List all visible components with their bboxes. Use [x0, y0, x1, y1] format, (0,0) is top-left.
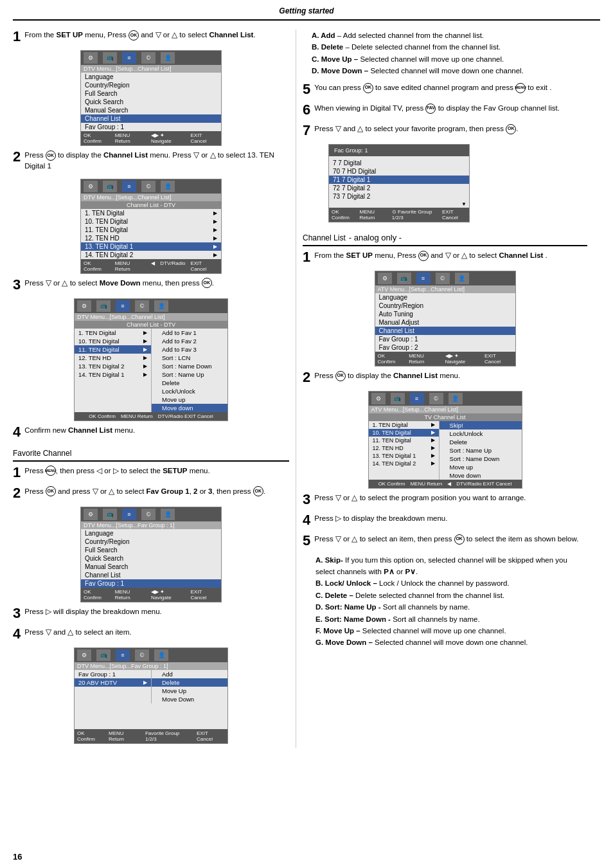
fav-breadcrumb-2: DTV Menu...[Setup...Fav Group : 1]: [75, 662, 227, 670]
m2-item5: 13. TEN Digital 1▶: [81, 242, 221, 251]
analog-step-2-text: Press OK to display the Channel List men…: [314, 372, 460, 379]
menu-item-manualsearch: Manual Search: [81, 106, 221, 114]
fav-icon-c: ©: [141, 509, 155, 520]
fav-menu2-split: Fav Group : 1 20 ABV HDTV▶ Add Delete Mo…: [75, 670, 227, 703]
step-6-text: When viewing in Digital TV, press FAV to…: [314, 104, 560, 112]
atv2-icon-tv: 📺: [391, 393, 405, 404]
atv-m1-auto: Auto Tuning: [375, 310, 515, 318]
analog-step-4-text: Press ▷ to display the breakdown menu.: [314, 514, 447, 522]
menu-item-quicksearch: Quick Search: [81, 98, 221, 106]
fav3-item5: 73 7 Digital 2: [329, 192, 469, 201]
menu-icons-2: ⚙ 📺 ≡ © 👤: [84, 181, 175, 192]
m2-item3: 11. TEN Digital▶: [81, 226, 221, 234]
list-item-b: B. Delete – Delete selected channel from…: [309, 41, 587, 53]
fav-menu-icons-2: ⚙ 📺 ≡ © 👤: [77, 649, 168, 661]
fav2-icon-c: ©: [135, 649, 149, 661]
icon-person-2: 👤: [161, 181, 175, 192]
sub-item10: Move down: [152, 404, 227, 412]
menu-icons-1: ⚙ 📺 ≡ © 👤: [84, 52, 175, 64]
fav-step-1-block: 1 Press MENU, then press ◁ or ▷ to selec…: [13, 466, 289, 480]
step-2-num: 2: [13, 150, 21, 164]
left-column: 1 From the SET UP menu, Press OK and ▽ o…: [0, 30, 296, 748]
fav-icon-list: ≡: [122, 509, 136, 520]
menu-left-list: 1. TEN Digital▶ 10. TEN Digital▶ 11. TEN…: [75, 329, 151, 412]
ok-btn-1: OK: [129, 30, 139, 41]
fav-icon-setup: ⚙: [84, 509, 98, 520]
fav3-item4: 72 7 Digital 2: [329, 184, 469, 192]
dtv-menu-2: ⚙ 📺 ≡ © 👤 DTV Menu...[Setup...Channel Li…: [80, 179, 222, 274]
m3-item1: 1. TEN Digital▶: [75, 329, 151, 337]
channel-list-heading: Channel List - analog only -: [303, 230, 587, 246]
analog-step-3-block: 3 Press ▽ or △ to select the program pos…: [303, 493, 587, 507]
sub-item8: Lock/Unlock: [152, 387, 227, 395]
right-column: A. Add – Add selected channel from the c…: [296, 30, 600, 748]
step-6-num: 6: [303, 103, 310, 117]
atv2-sub5: Sort : Name Down: [440, 455, 522, 463]
atv2-sub4: Sort : Name Up: [440, 446, 522, 455]
ok-btn-a2: OK: [335, 371, 346, 381]
fav-step-1-num: 1: [13, 466, 21, 480]
atv-menu2-left: 1. TEN Digital▶ 10. TEN Digital▶ 11. TEN…: [369, 421, 439, 480]
fav3-item1: 7 7 Digital: [329, 159, 469, 167]
menu-bottom-bar-2: OK ConfirmMENU Return◀DTV/RadioEXIT Canc…: [81, 259, 221, 273]
page-header: Getting started: [13, 6, 600, 21]
fav-icon-tv: 📺: [103, 509, 117, 520]
atv-menu-title-2: TV Channel List: [369, 413, 522, 421]
fav-menu-top-bar-1: ⚙ 📺 ≡ © 👤: [81, 507, 221, 521]
fav-channel-heading: Favorite Channel: [13, 446, 289, 462]
fav2-icon-list: ≡: [116, 649, 130, 661]
fav-menu-bottom-2: OK ConfirmMENU ReturnFavorite Group 1/2/…: [75, 729, 227, 743]
atv-menu-top-bar-2: ⚙ 📺 ≡ © 👤: [369, 392, 522, 406]
analog-list-c: C. Delete – Delete selected channel from…: [313, 590, 587, 601]
step-5-num: 5: [303, 82, 310, 96]
analog-list-e: E. Sort: Name Down - Sort all channels b…: [313, 613, 587, 625]
step-4-num: 4: [13, 425, 21, 439]
icon-setup: ⚙: [84, 52, 98, 64]
fav-m1-lang: Language: [81, 529, 221, 538]
menu-btn-1: MENU: [46, 466, 56, 476]
atv-m1-lang: Language: [375, 293, 515, 302]
fav-step-3-block: 3 Press ▷ will display the breakdown men…: [13, 606, 289, 620]
ok-btn-a1: OK: [418, 251, 429, 261]
fav-m1-country: Country/Region: [81, 538, 221, 546]
atv-m1-fav2: Fav Group : 2: [375, 343, 515, 352]
ok-btn-a5: OK: [454, 534, 465, 545]
sub-item5: Sort : Name Down: [152, 362, 227, 370]
icon-setup-2: ⚙: [84, 181, 98, 192]
fav3-bottom: OK ConfirmMENU Return⊙ Favorite Group 1/…: [329, 208, 469, 222]
menu-item-country: Country/Region: [81, 81, 221, 89]
fav2-icon-person: 👤: [154, 649, 168, 661]
analog-list-a: A. Skip- If you turn this option on, sel…: [313, 554, 587, 578]
icon-list-3: ≡: [116, 300, 130, 312]
menu-item-language: Language: [81, 73, 221, 81]
menu-bottom-bar-1: OK ConfirmMENU Return◀▶ ✦ NavigateEXIT C…: [81, 131, 221, 145]
page: Getting started 1 From the SET UP menu, …: [0, 0, 613, 868]
m2-item1: 1. TEN Digital▶: [81, 209, 221, 217]
sub-item1: Add to Fav 1: [152, 329, 227, 337]
fav-heading-text: Favorite Channel: [13, 449, 71, 458]
fav-menu-3: Fac Group: 1 7 7 Digital 70 7 HD Digital…: [328, 144, 470, 222]
fav2-movedown: Move Down: [152, 695, 227, 703]
list-item-d: D. Move Down – Selected channel will mov…: [309, 65, 587, 77]
fav-step-1-text: Press MENU, then press ◁ or ▷ to select …: [24, 467, 209, 475]
atv2-icon-setup: ⚙: [371, 393, 386, 404]
menu-bottom-bar-3: OK ConfirmMENU ReturnDTV/Radio EXIT Canc…: [75, 412, 227, 420]
icon-c: ©: [141, 52, 155, 64]
sub-item4: Sort : LCN: [152, 354, 227, 362]
ok-btn-fav2: OK: [46, 486, 56, 496]
atv2-sub3: Delete: [440, 438, 522, 446]
atv2-icon-list: ≡: [410, 393, 424, 404]
fav-step-4-num: 4: [13, 627, 21, 641]
fav-step-2-text: Press OK and press ▽ or △ to select Fav …: [24, 487, 265, 495]
m3-item5: 13. TEN Digital 2▶: [75, 362, 151, 370]
page-number: 16: [13, 852, 22, 862]
analog-list-d: D. Sort: Name Up - Sort all channels by …: [313, 601, 587, 613]
atv-icon-person: 👤: [455, 273, 469, 284]
fav-step-3-num: 3: [13, 606, 21, 620]
menu-top-bar-3: ⚙ 📺 ≡ © 👤: [75, 299, 227, 313]
analog-step-2-num: 2: [303, 370, 310, 384]
step-6-block: 6 When viewing in Digital TV, press FAV …: [303, 103, 587, 117]
breadcrumb-1: DTV Menu...[Setup...Channel List]: [81, 65, 221, 73]
fav2-moveup: Move Up: [152, 687, 227, 695]
fav2-ch: 20 ABV HDTV▶: [75, 678, 151, 687]
